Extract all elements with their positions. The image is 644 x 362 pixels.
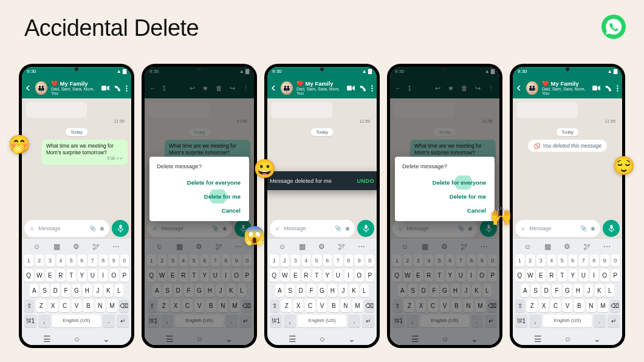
- key-G[interactable]: G: [318, 284, 326, 297]
- key-Q[interactable]: Q: [270, 269, 279, 282]
- key-P[interactable]: P: [366, 269, 375, 282]
- key-T[interactable]: T: [312, 269, 321, 282]
- key-4[interactable]: 4: [302, 254, 311, 267]
- key-8[interactable]: 8: [99, 254, 108, 267]
- key-R[interactable]: R: [547, 269, 557, 282]
- key-C[interactable]: C: [550, 299, 560, 312]
- key-9[interactable]: 9: [600, 254, 609, 267]
- delete-for-me-button[interactable]: Delete for me: [402, 190, 487, 203]
- avatar[interactable]: 👪: [35, 81, 47, 95]
- mic-button[interactable]: [112, 220, 129, 237]
- chat-header[interactable]: 👪 ❤️ My FamilyDad, Sam, Sara, Mom, You: [267, 78, 377, 98]
- key-J[interactable]: J: [94, 284, 102, 297]
- key-N[interactable]: N: [586, 299, 596, 312]
- key-Y[interactable]: Y: [569, 269, 578, 282]
- key-Z[interactable]: Z: [36, 299, 46, 312]
- key-D[interactable]: D: [542, 284, 550, 297]
- key-Z[interactable]: Z: [281, 299, 291, 312]
- chat-header[interactable]: 👪 ❤️ My Family Dad, Sam, Sara, Mom, You: [22, 78, 131, 98]
- key-2[interactable]: 2: [526, 254, 535, 267]
- key-M[interactable]: M: [107, 299, 117, 312]
- message-input[interactable]: ☺Message📎◉: [515, 220, 600, 237]
- message-input[interactable]: ☺Message📎◉: [270, 220, 355, 237]
- key-5[interactable]: 5: [558, 254, 567, 267]
- key-F[interactable]: F: [307, 284, 315, 297]
- key-R[interactable]: R: [57, 269, 66, 282]
- key-5[interactable]: 5: [67, 254, 76, 267]
- key-L[interactable]: L: [360, 284, 369, 297]
- nav-back-icon[interactable]: ⌄: [103, 335, 110, 343]
- key-6[interactable]: 6: [323, 254, 332, 267]
- key-N[interactable]: N: [95, 299, 105, 312]
- key-Q[interactable]: Q: [515, 269, 524, 282]
- key-B[interactable]: B: [329, 299, 338, 312]
- key-A[interactable]: A: [30, 284, 38, 297]
- key-C[interactable]: C: [305, 299, 315, 312]
- key-4[interactable]: 4: [547, 254, 557, 267]
- key-U[interactable]: U: [579, 269, 588, 282]
- key-⌫[interactable]: ⌫: [119, 299, 129, 312]
- kb-emoji-icon[interactable]: ☺: [33, 242, 41, 251]
- key-J[interactable]: J: [584, 284, 593, 297]
- delete-for-me-button[interactable]: Delete for me: [157, 190, 242, 203]
- keyboard[interactable]: ☺▦⚙🕊⋯ 1234567890 QWERTYUIOP ASDFGHJKL ⇧Z…: [267, 238, 377, 345]
- key-4[interactable]: 4: [57, 254, 66, 267]
- key-3[interactable]: 3: [291, 254, 300, 267]
- key-3[interactable]: 3: [536, 254, 546, 267]
- key-V[interactable]: V: [72, 299, 81, 312]
- attach-icon[interactable]: 📎: [89, 225, 96, 231]
- key-Y[interactable]: Y: [78, 269, 87, 282]
- key-P[interactable]: P: [611, 269, 620, 282]
- key-K[interactable]: K: [595, 284, 603, 297]
- voice-call-icon[interactable]: [114, 85, 121, 92]
- key-P[interactable]: P: [120, 269, 129, 282]
- symbols-key[interactable]: !#1: [24, 315, 36, 327]
- mic-button[interactable]: [603, 220, 620, 237]
- key-O[interactable]: O: [600, 269, 609, 282]
- emoji-icon[interactable]: ☺: [29, 225, 35, 231]
- period-key[interactable]: .: [103, 315, 115, 327]
- chat-header[interactable]: 👪 ❤️ My FamilyDad, Sam, Sara, Mom, You: [513, 78, 622, 98]
- key-G[interactable]: G: [72, 284, 81, 297]
- message-bubble[interactable]: What time are we meeting for Mom's surpr…: [42, 140, 128, 165]
- key-K[interactable]: K: [349, 284, 358, 297]
- key-X[interactable]: X: [293, 299, 303, 312]
- key-T[interactable]: T: [558, 269, 567, 282]
- camera-icon[interactable]: ◉: [100, 225, 104, 231]
- key-⇧[interactable]: ⇧: [24, 299, 34, 312]
- undo-button[interactable]: UNDO: [357, 178, 375, 184]
- kb-settings-icon[interactable]: ⚙: [73, 242, 80, 251]
- message-input[interactable]: ☺ Message 📎 ◉: [24, 220, 109, 237]
- key-9[interactable]: 9: [109, 254, 118, 267]
- key-H[interactable]: H: [574, 284, 582, 297]
- keyboard[interactable]: ☺▦⚙🕊⋯ 1234567890 QWERTYUIOP ASDFGHJKL ⇧Z…: [513, 238, 622, 345]
- key-8[interactable]: 8: [590, 254, 599, 267]
- key-2[interactable]: 2: [35, 254, 44, 267]
- key-I[interactable]: I: [99, 269, 108, 282]
- key-W[interactable]: W: [35, 269, 44, 282]
- key-U[interactable]: U: [334, 269, 343, 282]
- key-0[interactable]: 0: [611, 254, 620, 267]
- key-9[interactable]: 9: [355, 254, 364, 267]
- enter-key[interactable]: ↵: [117, 315, 129, 327]
- key-6[interactable]: 6: [78, 254, 87, 267]
- key-S[interactable]: S: [531, 284, 540, 297]
- keyboard[interactable]: ☺ ▦ ⚙ 🕊 ⋯ 1234567890 QWERTYUIOP ASDFGHJK…: [22, 238, 131, 345]
- key-5[interactable]: 5: [312, 254, 321, 267]
- cancel-button[interactable]: Cancel: [402, 203, 487, 217]
- key-V[interactable]: V: [563, 299, 572, 312]
- key-F[interactable]: F: [61, 284, 70, 297]
- video-call-icon[interactable]: [101, 85, 109, 92]
- key-6[interactable]: 6: [569, 254, 578, 267]
- cancel-button[interactable]: Cancel: [157, 203, 242, 217]
- key-S[interactable]: S: [40, 284, 49, 297]
- key-0[interactable]: 0: [120, 254, 129, 267]
- key-7[interactable]: 7: [88, 254, 97, 267]
- key-W[interactable]: W: [526, 269, 535, 282]
- key-F[interactable]: F: [552, 284, 561, 297]
- key-N[interactable]: N: [341, 299, 351, 312]
- key-O[interactable]: O: [355, 269, 364, 282]
- key-⌫[interactable]: ⌫: [610, 299, 620, 312]
- key-T[interactable]: T: [67, 269, 76, 282]
- key-Q[interactable]: Q: [24, 269, 33, 282]
